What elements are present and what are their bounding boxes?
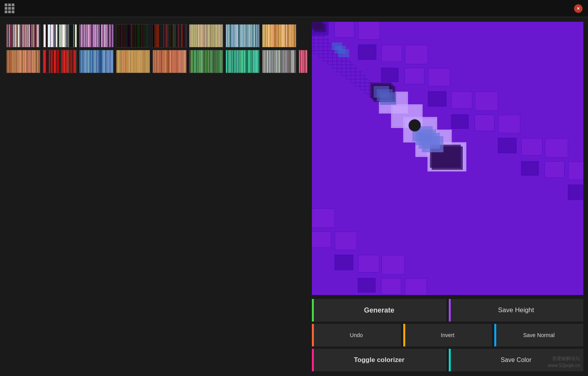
left-panel [0,17,307,376]
topbar: × [0,0,588,17]
save-color-accent [449,349,451,371]
thumbnail-canvas-t15 [226,50,259,73]
thumbnail-t16[interactable] [262,50,296,73]
thumbnail-t11[interactable] [79,50,114,73]
thumbnail-canvas-t4 [116,25,150,47]
thumbnail-canvas-t3 [80,25,113,47]
generate-button[interactable]: Generate [312,299,446,322]
thumbnail-canvas-t10 [43,50,77,73]
button-row-1: Generate Save Height [312,299,583,322]
thumbnail-canvas-t13 [153,50,186,73]
thumbnail-canvas-t14 [189,50,223,73]
thumbnail-row-1 [6,24,301,47]
thumbnail-canvas-t16 [262,50,296,73]
main-area: Generate Save Height Undo Invert [0,17,588,376]
preview-container [312,22,583,295]
thumbnail-canvas-t6 [189,25,223,47]
save-normal-accent [494,324,496,346]
button-row-2: Undo Invert Save Normal [312,324,583,346]
thumbnail-t7[interactable] [226,24,260,47]
preview-canvas [312,22,583,295]
save-height-button[interactable]: Save Height [449,299,583,322]
thumbnail-canvas-t8 [262,25,296,47]
thumbnail-canvas-t5 [153,25,186,47]
watermark: 吾爱破解论坛 www.52pojie.cn [548,355,580,369]
thumbnail-canvas-t11 [80,50,113,73]
thumbnail-canvas-t1 [7,25,40,47]
buttons-area: Generate Save Height Undo Invert [312,299,583,371]
thumbnail-canvas-t2 [43,25,77,47]
thumbnail-t6[interactable] [189,24,223,47]
toggle-colorizer-button[interactable]: Toggle colorizer [312,349,446,371]
button-row-3: Toggle colorizer Save Color [312,349,583,371]
thumbnail-canvas-t7 [226,25,259,47]
right-panel: Generate Save Height Undo Invert [307,17,588,376]
thumbnail-t8[interactable] [262,24,296,47]
menu-icon[interactable] [5,4,14,13]
thumbnail-t1[interactable] [6,24,40,47]
thumbnail-t3[interactable] [79,24,114,47]
invert-accent [403,324,405,346]
close-button[interactable]: × [574,4,583,13]
toggle-accent [312,349,314,371]
undo-button[interactable]: Undo [312,324,401,346]
save-normal-button[interactable]: Save Normal [494,324,583,346]
thumbnail-t14[interactable] [189,50,223,73]
thumbnail-row-2 [6,50,301,73]
generate-accent [312,299,314,322]
thumbnail-t15[interactable] [226,50,260,73]
thumbnail-t9[interactable] [6,50,40,73]
thumbnail-t13[interactable] [152,50,187,73]
undo-accent [312,324,314,346]
thumbnail-canvas-t9 [7,50,40,73]
thumbnail-canvas-t12 [116,50,150,73]
thumbnail-t4[interactable] [116,24,150,47]
invert-button[interactable]: Invert [403,324,492,346]
thumbnail-t12[interactable] [116,50,150,73]
thumbnail-t2[interactable] [43,24,77,47]
thumbnail-t5[interactable] [152,24,187,47]
thumbnail-t10[interactable] [43,50,77,73]
save-height-accent [449,299,451,322]
